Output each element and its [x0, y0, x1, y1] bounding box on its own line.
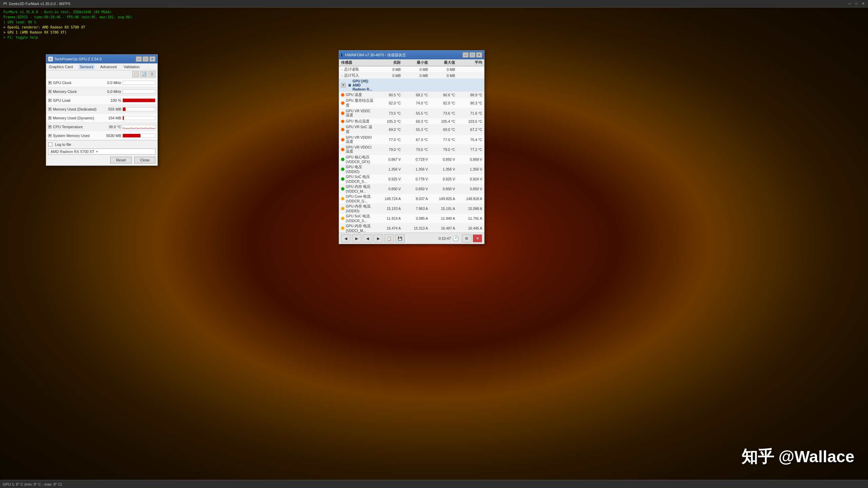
hwinfo-close-footer-button[interactable]: ✕: [473, 234, 482, 242]
hwinfo-row-3: GPU VR VDDC 温度 73.5 °C 55.5 °C 73.6 °C 7…: [339, 109, 484, 118]
gpuz-refresh-button[interactable]: 🔄: [140, 71, 147, 77]
hwinfo-maximize-button[interactable]: □: [469, 52, 475, 58]
gpuz-tab-advanced[interactable]: Advanced: [99, 64, 118, 70]
gpu-load-bar: [122, 98, 155, 102]
furmark-icon: 🎮: [3, 1, 7, 6]
gpu-temp-icon: [341, 93, 344, 97]
hwinfo-row-11: GPU 内存 电压 (VDDCI_M... 0.850 V 0.850 V 0.…: [339, 184, 484, 194]
memory-clock-dropdown[interactable]: ▼: [48, 90, 52, 93]
hwinfo-copy-button[interactable]: 📋: [384, 234, 394, 242]
gpu-section-collapse-button[interactable]: ▼: [341, 83, 346, 87]
gpuz-window-controls: — □ ✕: [136, 56, 155, 62]
sensor-row-cpu-temp: ▼ CPU Temperature 38.0 °C: [46, 122, 157, 131]
gpu-status-text: GPU 1: 8° C (min: 0° C - max: 8° C): [3, 482, 62, 486]
hwinfo-row-6: GPU VR VDDIO 温度 77.0 °C 67.3 °C 77.0 °C …: [339, 135, 484, 145]
reset-button[interactable]: Reset: [110, 157, 132, 163]
gpuz-footer: Log to file AMD Radeon RX 5700 XT ▼ Rese…: [46, 140, 157, 165]
hwinfo-row-gpu-hotspot: GPU 显存结点温度 92.0 °C 74.0 °C 92.0 °C 90.3 …: [339, 98, 484, 109]
gpu-select-arrow-icon: ▼: [96, 150, 98, 153]
hwinfo-row-gpu-temp: GPU 温度 90.5 °C 68.2 °C 90.6 °C 88.9 °C: [339, 92, 484, 98]
gpuz-tab-sensors[interactable]: Sensors: [78, 64, 95, 70]
memory-clock-bar: [122, 90, 155, 94]
gpuz-footer-log-row: Log to file: [48, 142, 155, 147]
sys-mem-dropdown[interactable]: ▼: [48, 134, 52, 137]
sensor-row-gpu-clock: ▼ GPU Clock 0.0 MHz: [46, 78, 157, 87]
gpu-hotspot-icon: [341, 101, 344, 105]
minimize-button[interactable]: —: [848, 2, 852, 6]
furmark-title: 🎮 Geeks3D FurMark v1.35.0.0 - 96FPS: [3, 1, 848, 6]
gpuz-tab-graphics-card[interactable]: Graphics Card: [48, 64, 74, 70]
hwinfo-row-14: GPU SoC 电流 (VDDCR_S... 11.913 A 3.085 A …: [339, 214, 484, 223]
hwinfo-row-5: GPU VR SoC 温度 69.0 °C 55.3 °C 69.0 °C 67…: [339, 124, 484, 135]
watermark: 知乎 @Wallace: [741, 446, 854, 468]
bottom-status-bar: GPU 1: 8° C (min: 0° C - max: 8° C): [0, 480, 868, 488]
sum-icon: ○: [341, 68, 343, 71]
mem-dynamic-bar: [122, 116, 155, 120]
gpuz-window: G TechPowerUp GPU-Z 2.54.0 — □ ✕ Graphic…: [46, 54, 158, 166]
hwinfo-row-15: GPU 内存 电流 (VDDCI_M... 16.474 A 15.313 A …: [339, 223, 484, 233]
gpuz-footer-buttons: Reset Close: [48, 157, 155, 163]
gpuz-minimize-button[interactable]: —: [136, 56, 142, 62]
gpuz-tab-validation[interactable]: Validation: [122, 64, 141, 70]
gpuz-title: TechPowerUp GPU-Z 2.54.0: [54, 57, 134, 61]
hwinfo-row-4: GPU 热点温度 105.3 °C 68.3 °C 105.4 °C 103.5…: [339, 118, 484, 124]
gpuz-icon: G: [48, 57, 53, 61]
cpu-temp-sparkline: [122, 125, 155, 129]
hwinfo-row-9: GPU 电压 (VDDIO) 1.356 V 1.356 V 1.356 V 1…: [339, 164, 484, 174]
gpuz-close-button[interactable]: ✕: [149, 56, 155, 62]
hwinfo-nav-prev2-button[interactable]: ◀: [363, 234, 372, 242]
gpuz-titlebar: G TechPowerUp GPU-Z 2.54.0 — □ ✕: [46, 55, 157, 63]
sensor-row-mem-dedicated: ▼ Memory Used (Dedicated) 555 MB: [46, 105, 157, 114]
hwinfo-row-total-write: ○ 总计写入 0 MB 0 MB 0 MB: [339, 73, 484, 79]
hwinfo-nav-next2-button[interactable]: ▶: [374, 234, 383, 242]
log-to-file-checkbox[interactable]: [48, 142, 52, 147]
hwinfo-row-10: GPU SoC 电压 (VDDCR_S... 0.925 V 0.778 V 0…: [339, 174, 484, 184]
hwinfo-window: ℹ HWiNFO64 v7.30-4870 - 传感器状态 — □ ✕ 传感器 …: [339, 50, 485, 244]
hwinfo-row-13: GPU 内存 电流 (VDDIO) 15.153 A 7.863 A 15.19…: [339, 204, 484, 214]
close-button[interactable]: ✕: [861, 2, 865, 6]
hwinfo-row-8: GPU 核心电压 (VDDCR_GFX) 0.867 V 0.729 V 0.8…: [339, 155, 484, 164]
hwinfo-row-7: GPU VR VDDCI 温度 79.0 °C 70.0 °C 79.0 °C …: [339, 145, 484, 155]
sensor-row-sys-mem: ▼ System Memory Used 5630 MB: [46, 131, 157, 140]
gpuz-sensors-container: ▼ GPU Clock 0.0 MHz ▼ Memory Clock 0.0 M…: [46, 78, 157, 140]
mem-dynamic-dropdown[interactable]: ▼: [48, 116, 52, 120]
close-gpuz-button[interactable]: Close: [134, 157, 155, 163]
hwinfo-column-headers: 传感器 实际 最小值 最大值 平均: [339, 59, 484, 66]
hwinfo-save-button[interactable]: 💾: [395, 234, 405, 242]
mem-dedicated-dropdown[interactable]: ▼: [48, 108, 52, 111]
hwinfo-titlebar: ℹ HWiNFO64 v7.30-4870 - 传感器状态 — □ ✕: [339, 51, 484, 59]
gpuz-menubar: Graphics Card Sensors Advanced Validatio…: [46, 63, 157, 71]
gpuz-maximize-button[interactable]: □: [143, 56, 149, 62]
sensor-row-mem-dynamic: ▼ Memory Used (Dynamic) 154 MB: [46, 114, 157, 122]
clock-icon: 🕐: [452, 235, 459, 242]
furmark-window-controls: — □ ✕: [848, 2, 865, 6]
hwinfo-nav-next-button[interactable]: ▶: [352, 234, 361, 242]
hwinfo-nav-prev-button[interactable]: ◀: [341, 234, 351, 242]
cpu-temp-dropdown[interactable]: ▼: [48, 125, 52, 129]
gpu-clock-dropdown[interactable]: ▼: [48, 81, 52, 84]
gpu-load-dropdown[interactable]: ▼: [48, 99, 52, 102]
hwinfo-row-total-read: ○ 总计读取 0 MB 0 MB 0 MB: [339, 66, 484, 73]
sensor-row-memory-clock: ▼ Memory Clock 0.0 MHz: [46, 87, 157, 96]
mem-dedicated-bar: [122, 107, 155, 111]
maximize-button[interactable]: □: [854, 2, 858, 6]
hwinfo-timer: 0:10:47 🕐: [438, 235, 459, 242]
hwinfo-footer: ◀ ▶ ◀ ▶ 📋 💾 0:10:47 🕐 ⚙ ✕: [339, 233, 484, 244]
sensor-row-gpu-load: ▼ GPU Load 100 %: [46, 96, 157, 105]
gpuz-copy-button[interactable]: 📋: [132, 71, 139, 77]
gpu-clock-bar: [122, 81, 155, 85]
gpuz-menu-button[interactable]: ☰: [149, 71, 155, 77]
gpu-select-dropdown[interactable]: AMD Radeon RX 5700 XT ▼: [48, 149, 155, 155]
hwinfo-close-button[interactable]: ✕: [476, 52, 482, 58]
hwinfo-minimize-button[interactable]: —: [463, 52, 469, 58]
furmark-info-overlay: FurMark v1.35.0.8 - Burn-in test, 2560x1…: [3, 9, 132, 40]
hwinfo-gpu-section[interactable]: ▼ 🖥 GPU [#0]: AMD Radeon R...: [339, 79, 484, 92]
hwinfo-sensor-table: ○ 总计读取 0 MB 0 MB 0 MB ○ 总计写入 0 MB 0 MB 0…: [339, 66, 484, 233]
hwinfo-title: HWiNFO64 v7.30-4870 - 传感器状态: [345, 53, 461, 58]
hwinfo-row-12: GPU Core 电流 (VDDCR_G... 149.724 A 8.037 …: [339, 194, 484, 204]
gpuz-toolbar: 📋 🔄 ☰: [46, 71, 157, 78]
furmark-titlebar: 🎮 Geeks3D FurMark v1.35.0.0 - 96FPS — □ …: [0, 0, 868, 7]
sum-write-icon: ○: [341, 74, 343, 77]
hwinfo-settings-button[interactable]: ⚙: [462, 234, 471, 242]
sys-mem-bar: [122, 134, 155, 138]
